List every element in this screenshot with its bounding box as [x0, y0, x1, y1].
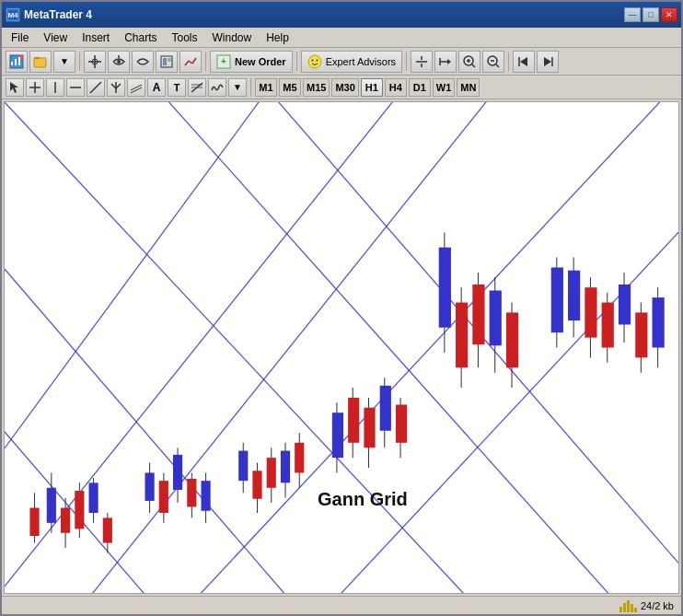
svg-text:+: +: [221, 56, 226, 66]
titlebar-left: M4 MetaTrader 4: [6, 7, 92, 22]
candlestick-svg: [5, 102, 678, 593]
svg-marker-29: [447, 59, 451, 64]
toolbar-main: ▼ + New Order Expert Advisors: [2, 48, 681, 76]
svg-rect-98: [295, 443, 304, 473]
separator4: [406, 52, 407, 71]
svg-rect-104: [364, 408, 375, 448]
svg-rect-80: [145, 472, 155, 500]
svg-rect-68: [29, 508, 39, 536]
window-title: MetaTrader 4: [24, 8, 92, 21]
svg-rect-122: [568, 271, 580, 320]
svg-rect-102: [348, 398, 359, 443]
svg-marker-42: [10, 82, 18, 93]
channel-tool[interactable]: [127, 78, 145, 97]
crosshair-tool[interactable]: [26, 78, 44, 97]
menubar: File View Insert Charts Tools Window Hel…: [2, 28, 681, 48]
titlebar: M4 MetaTrader 4 — □ ✕: [2, 2, 681, 28]
menu-view[interactable]: View: [36, 29, 75, 46]
svg-rect-94: [267, 458, 276, 488]
svg-rect-112: [456, 303, 468, 368]
svg-rect-106: [380, 386, 391, 431]
scroll-left-button[interactable]: [513, 51, 535, 73]
statusbar: 24/2 kb: [2, 596, 681, 614]
label-tool[interactable]: T: [168, 78, 186, 97]
zoom-in-button[interactable]: [108, 51, 130, 73]
indicators-button[interactable]: [179, 51, 202, 73]
svg-point-22: [308, 55, 321, 68]
svg-rect-124: [585, 287, 596, 337]
new-chart-button[interactable]: [6, 51, 28, 73]
vertical-line-tool[interactable]: [46, 78, 64, 97]
chart-area[interactable]: Gann Grid: [4, 101, 679, 594]
pitchfork-tool[interactable]: [107, 78, 125, 97]
svg-line-19: [192, 58, 196, 64]
menu-window[interactable]: Window: [205, 29, 260, 46]
svg-point-24: [316, 59, 318, 61]
svg-line-53: [131, 87, 142, 93]
history-button[interactable]: [411, 51, 433, 73]
tf-h4[interactable]: H4: [385, 78, 407, 97]
new-order-button[interactable]: + New Order: [210, 51, 293, 73]
minimize-button[interactable]: —: [624, 7, 641, 22]
svg-rect-132: [653, 297, 665, 347]
menu-help[interactable]: Help: [259, 29, 296, 46]
fib-tool[interactable]: [188, 78, 206, 97]
tf-m5[interactable]: M5: [279, 78, 301, 97]
tf-w1[interactable]: W1: [433, 78, 456, 97]
svg-rect-15: [163, 58, 167, 65]
menu-tools[interactable]: Tools: [165, 29, 205, 46]
svg-rect-135: [627, 600, 630, 612]
svg-point-23: [311, 59, 313, 61]
open-button[interactable]: [29, 51, 52, 73]
svg-rect-74: [75, 491, 84, 529]
svg-rect-134: [623, 603, 626, 612]
tf-h1[interactable]: H1: [361, 78, 383, 97]
crosshair-button[interactable]: [84, 51, 106, 73]
expert-advisors-button[interactable]: Expert Advisors: [301, 51, 402, 73]
menu-insert[interactable]: Insert: [75, 29, 117, 46]
svg-rect-133: [619, 607, 622, 612]
separator2: [205, 52, 206, 71]
dropdown-arrow1[interactable]: ▼: [53, 51, 75, 73]
app-icon: M4: [6, 7, 20, 22]
menu-charts[interactable]: Charts: [117, 29, 164, 46]
tf-d1[interactable]: D1: [409, 78, 431, 97]
tf-mn[interactable]: MN: [457, 78, 480, 97]
scroll-right-button[interactable]: [537, 51, 559, 73]
svg-rect-84: [173, 455, 182, 490]
maximize-button[interactable]: □: [642, 7, 659, 22]
svg-point-12: [117, 60, 121, 64]
gann-grid-label: Gann Grid: [318, 489, 408, 510]
svg-line-32: [472, 64, 475, 67]
magnifier-plus-button[interactable]: [458, 51, 480, 73]
tf-m15[interactable]: M15: [303, 78, 330, 97]
svg-rect-130: [635, 312, 647, 357]
text-tool[interactable]: A: [147, 78, 166, 97]
separator-tf: [250, 78, 251, 97]
horizontal-line-tool[interactable]: [66, 78, 85, 97]
tf-m30[interactable]: M30: [331, 78, 358, 97]
separator1: [79, 52, 80, 71]
menu-file[interactable]: File: [4, 29, 36, 46]
color-dropdown[interactable]: ▼: [228, 78, 247, 97]
svg-rect-137: [634, 608, 637, 612]
cursor-tool[interactable]: [6, 78, 24, 97]
separator3: [296, 52, 297, 71]
svg-marker-40: [544, 57, 551, 66]
magnifier-minus-button[interactable]: [482, 51, 504, 73]
close-button[interactable]: ✕: [661, 7, 677, 22]
svg-rect-96: [281, 451, 290, 483]
tf-m1[interactable]: M1: [255, 78, 277, 97]
wave-tool[interactable]: [208, 78, 226, 97]
separator5: [508, 52, 509, 71]
new-order-label: New Order: [235, 56, 286, 67]
trendline-tool[interactable]: [87, 78, 105, 97]
svg-rect-7: [34, 58, 46, 67]
svg-rect-108: [396, 405, 407, 443]
goto-button[interactable]: [434, 51, 457, 73]
zoom-out-button[interactable]: [132, 51, 154, 73]
template-button[interactable]: [156, 51, 178, 73]
main-window: M4 MetaTrader 4 — □ ✕ File View Insert C…: [0, 0, 683, 616]
svg-rect-72: [61, 508, 70, 533]
svg-line-52: [131, 85, 142, 90]
